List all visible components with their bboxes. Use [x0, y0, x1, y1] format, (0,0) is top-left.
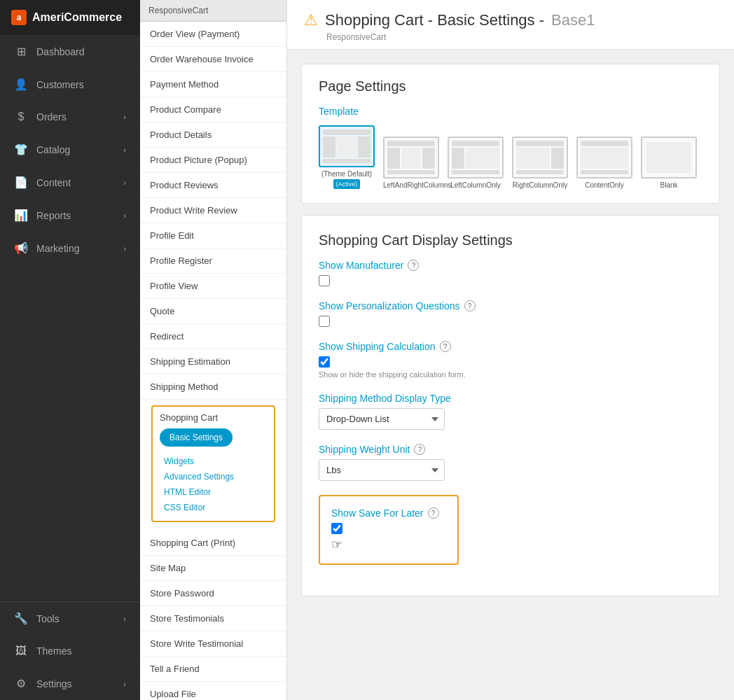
template-theme-default[interactable]: (Theme Default) (Active) — [319, 125, 375, 189]
sidebar-nav: ⊞ Dashboard 👤 Customers $ Orders › 👕 Cat… — [0, 35, 140, 601]
template-grid: (Theme Default) (Active) — [319, 125, 702, 189]
help-icon-shipping-calc[interactable]: ? — [440, 341, 451, 352]
sidebar-item-content[interactable]: 📄 Content › — [0, 166, 140, 199]
template-name: RightColumnOnly — [513, 181, 567, 189]
page-title-suffix: Base1 — [551, 11, 595, 29]
sub-links: Widgets Advanced Settings HTML Editor CS… — [160, 454, 267, 515]
sidebar: a AmeriCommerce ⊞ Dashboard 👤 Customers … — [0, 0, 140, 700]
sidebar-item-dashboard[interactable]: ⊞ Dashboard — [0, 35, 140, 68]
logo-badge: a — [11, 10, 27, 25]
display-settings-title: Shopping Cart Display Settings — [319, 232, 702, 248]
middle-item-store-testimonials[interactable]: Store Testimonials — [140, 606, 286, 631]
middle-item-shipping-method[interactable]: Shipping Method — [140, 374, 286, 400]
help-icon-personalization[interactable]: ? — [464, 300, 476, 312]
middle-item-shipping-estimation[interactable]: Shipping Estimation — [140, 349, 286, 374]
sidebar-item-settings[interactable]: ⚙ Settings › — [0, 667, 140, 700]
html-editor-link[interactable]: HTML Editor — [160, 484, 267, 500]
display-settings-card: Shopping Cart Display Settings Show Manu… — [301, 215, 720, 596]
show-save-for-later-row: Show Save For Later ? ☞ — [319, 495, 702, 565]
show-personalization-label: Show Personalization Questions ? — [319, 300, 702, 312]
widgets-link[interactable]: Widgets — [160, 454, 267, 469]
template-left-only[interactable]: LeftColumnOnly — [448, 136, 504, 189]
shipping-calc-hint: Show or hide the shipping calculation fo… — [319, 370, 702, 379]
template-preview — [641, 136, 697, 178]
template-content-only[interactable]: ContentOnly — [576, 136, 632, 189]
shopping-cart-title[interactable]: Shopping Cart — [160, 412, 267, 423]
tpl-header — [581, 141, 628, 146]
middle-item-redirect[interactable]: Redirect — [140, 324, 286, 349]
middle-item-product-details[interactable]: Product Details — [140, 122, 286, 148]
app-logo[interactable]: a AmeriCommerce — [0, 0, 140, 35]
sidebar-item-tools[interactable]: 🔧 Tools › — [0, 602, 140, 635]
page-settings-title: Page Settings — [319, 78, 702, 94]
tpl-body — [581, 148, 628, 169]
tpl-body — [323, 136, 371, 158]
chevron-right-icon: › — [123, 146, 126, 154]
tpl-body — [516, 148, 564, 169]
sidebar-item-themes[interactable]: 🖼 Themes — [0, 635, 140, 667]
middle-item-quote[interactable]: Quote — [140, 299, 286, 324]
css-editor-link[interactable]: CSS Editor — [160, 500, 267, 515]
help-icon-weight-unit[interactable]: ? — [414, 444, 425, 455]
chevron-right-icon: › — [123, 615, 126, 623]
template-name: Blank — [660, 181, 677, 189]
sidebar-item-customers[interactable]: 👤 Customers — [0, 68, 140, 101]
middle-item-upload-file[interactable]: Upload File — [140, 682, 286, 700]
themes-icon: 🖼 — [14, 645, 28, 657]
middle-item-site-map[interactable]: Site Map — [140, 556, 286, 581]
middle-item-order-warehouse[interactable]: Order Warehouse Invoice — [140, 47, 286, 72]
template-blank[interactable]: Blank — [641, 136, 697, 189]
sidebar-item-orders[interactable]: $ Orders › — [0, 101, 140, 133]
main-content: ⚠ Shopping Cart - Basic Settings - Base1… — [287, 0, 734, 700]
tpl-footer — [452, 170, 499, 174]
middle-item-shopping-cart-print[interactable]: Shopping Cart (Print) — [140, 531, 286, 556]
template-name: LeftColumnOnly — [450, 181, 501, 189]
middle-item-payment-method[interactable]: Payment Method — [140, 72, 286, 97]
show-manufacturer-checkbox[interactable] — [319, 275, 330, 286]
middle-item-store-password[interactable]: Store Password — [140, 581, 286, 606]
middle-item-product-write-review[interactable]: Product Write Review — [140, 198, 286, 223]
shipping-method-display-row: Shipping Method Display Type Drop-Down L… — [319, 393, 702, 430]
main-title: ⚠ Shopping Cart - Basic Settings - Base1 — [304, 11, 717, 29]
tpl-header — [452, 141, 499, 146]
content-area: Page Settings Template — [287, 50, 734, 622]
middle-item-order-view[interactable]: Order View (Payment) — [140, 22, 286, 47]
tpl-main — [337, 136, 356, 158]
middle-item-profile-edit[interactable]: Profile Edit — [140, 223, 286, 248]
content-icon: 📄 — [14, 176, 28, 189]
shipping-method-display-select[interactable]: Drop-Down List Radio Buttons None — [319, 408, 445, 430]
main-header: ⚠ Shopping Cart - Basic Settings - Base1… — [287, 0, 734, 50]
show-save-for-later-checkbox[interactable] — [331, 523, 342, 534]
advanced-settings-link[interactable]: Advanced Settings — [160, 469, 267, 484]
marketing-icon: 📢 — [14, 241, 28, 255]
middle-item-profile-register[interactable]: Profile Register — [140, 248, 286, 274]
page-title-text: Shopping Cart - Basic Settings - — [325, 11, 544, 29]
help-icon-save-for-later[interactable]: ? — [428, 507, 439, 519]
middle-item-profile-view[interactable]: Profile View — [140, 274, 286, 299]
template-right-only[interactable]: RightColumnOnly — [512, 136, 568, 189]
middle-panel-header: ResponsiveCart — [140, 0, 286, 22]
sidebar-item-label: Content — [36, 177, 71, 188]
show-manufacturer-label: Show Manufacturer ? — [319, 260, 702, 271]
middle-item-product-reviews[interactable]: Product Reviews — [140, 173, 286, 198]
show-manufacturer-row: Show Manufacturer ? — [319, 260, 702, 286]
middle-item-product-compare[interactable]: Product Compare — [140, 97, 286, 122]
help-icon-manufacturer[interactable]: ? — [408, 260, 419, 271]
tpl-sidebar-left — [452, 148, 464, 169]
tpl-sidebar-right — [358, 136, 371, 158]
sidebar-item-label: Orders — [36, 111, 67, 122]
chevron-right-icon: › — [123, 211, 126, 220]
shipping-weight-unit-select[interactable]: Lbs Kg Oz G — [319, 459, 445, 481]
show-personalization-checkbox[interactable] — [319, 316, 330, 327]
show-shipping-calc-checkbox[interactable] — [319, 356, 330, 368]
shipping-weight-unit-row: Shipping Weight Unit ? Lbs Kg Oz G — [319, 444, 702, 481]
template-left-right[interactable]: LeftAndRightColumns — [383, 136, 439, 189]
sidebar-item-catalog[interactable]: 👕 Catalog › — [0, 133, 140, 166]
middle-item-tell-a-friend[interactable]: Tell a Friend — [140, 657, 286, 682]
middle-item-store-write-testimonial[interactable]: Store Write Testimonial — [140, 631, 286, 657]
show-personalization-row: Show Personalization Questions ? — [319, 300, 702, 327]
middle-item-product-picture[interactable]: Product Picture (Popup) — [140, 148, 286, 173]
sidebar-item-reports[interactable]: 📊 Reports › — [0, 199, 140, 232]
basic-settings-button[interactable]: Basic Settings — [160, 428, 233, 447]
sidebar-item-marketing[interactable]: 📢 Marketing › — [0, 232, 140, 265]
